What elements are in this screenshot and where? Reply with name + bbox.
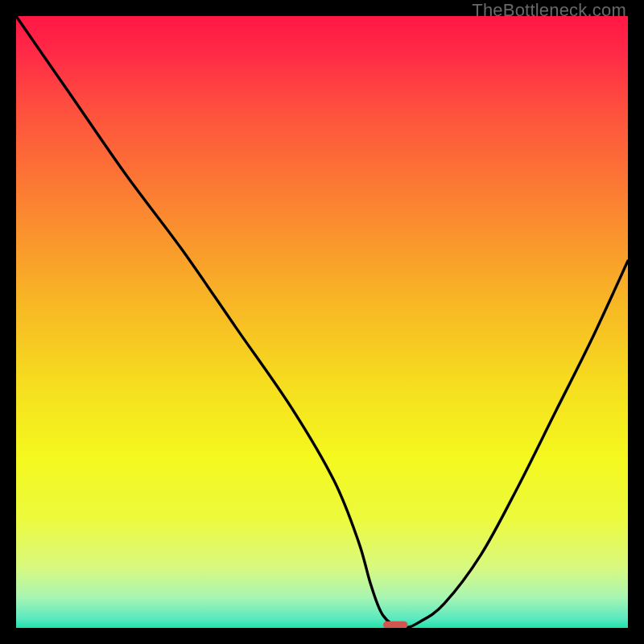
watermark-text: TheBottleneck.com	[472, 0, 626, 21]
gradient-background	[16, 16, 628, 628]
minimum-marker	[383, 621, 407, 628]
plot-area	[16, 16, 628, 628]
chart-frame: TheBottleneck.com	[0, 0, 644, 644]
chart-svg	[16, 16, 628, 628]
